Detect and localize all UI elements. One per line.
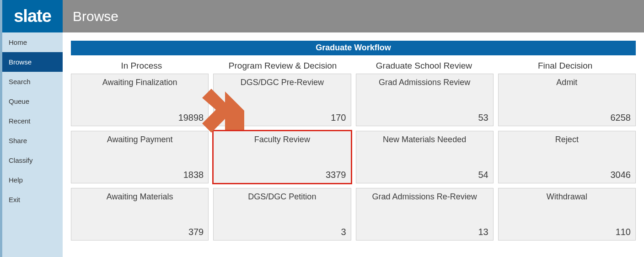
- tile-count: 13: [478, 227, 488, 237]
- tile-label: Awaiting Finalization: [71, 74, 208, 87]
- nav-item-browse[interactable]: Browse: [2, 52, 63, 72]
- main: Browse Graduate Workflow In Process Prog…: [63, 0, 644, 257]
- nav-item-search[interactable]: Search: [2, 72, 63, 91]
- tile-label: Admit: [499, 74, 635, 87]
- tile-faculty-review[interactable]: Faculty Review 3379: [213, 131, 351, 183]
- workflow-grid: Awaiting Finalization 19898 DGS/DGC Pre-…: [71, 74, 636, 241]
- header-bar: Browse: [63, 0, 644, 32]
- tile-grad-admissions-review[interactable]: Grad Admissions Review 53: [356, 74, 494, 126]
- tile-count: 170: [331, 112, 346, 123]
- nav-item-help[interactable]: Help: [2, 170, 63, 190]
- tile-new-materials[interactable]: New Materials Needed 54: [356, 131, 494, 183]
- column-headers: In Process Program Review & Decision Gra…: [71, 57, 636, 74]
- tile-count: 19898: [178, 112, 204, 123]
- col-header-final-decision: Final Decision: [494, 57, 636, 74]
- nav-item-exit[interactable]: Exit: [2, 190, 63, 209]
- tile-count: 6258: [611, 112, 631, 123]
- nav-item-home[interactable]: Home: [2, 32, 63, 52]
- tile-label: DGS/DGC Pre-Review: [214, 74, 350, 87]
- tile-count: 110: [616, 227, 631, 237]
- logo: slate: [2, 0, 63, 32]
- tile-count: 54: [478, 170, 488, 180]
- tile-label: New Materials Needed: [356, 131, 493, 145]
- nav-item-queue[interactable]: Queue: [2, 91, 63, 111]
- tile-label: Faculty Review: [214, 131, 350, 145]
- tile-grad-admissions-re-review[interactable]: Grad Admissions Re-Review 13: [356, 188, 494, 241]
- content: Graduate Workflow In Process Program Rev…: [63, 32, 644, 257]
- nav-item-classify[interactable]: Classify: [2, 150, 63, 170]
- tile-label: DGS/DGC Petition: [214, 188, 350, 202]
- tile-count: 379: [188, 227, 204, 237]
- tile-label: Awaiting Materials: [71, 188, 208, 202]
- col-header-grad-school-review: Graduate School Review: [354, 57, 495, 74]
- tile-label: Reject: [499, 131, 635, 145]
- logo-text: slate: [14, 6, 51, 26]
- tile-count: 3379: [326, 170, 346, 180]
- tile-label: Grad Admissions Re-Review: [356, 188, 493, 202]
- tile-count: 3: [341, 227, 346, 237]
- tile-dgs-petition[interactable]: DGS/DGC Petition 3: [213, 188, 351, 241]
- col-header-program-review: Program Review & Decision: [212, 57, 354, 74]
- workflow-banner: Graduate Workflow: [71, 41, 636, 55]
- tile-awaiting-finalization[interactable]: Awaiting Finalization 19898: [71, 74, 209, 126]
- sidebar: slate Home Browse Search Queue Recent Sh…: [0, 0, 63, 257]
- nav: Home Browse Search Queue Recent Share Cl…: [2, 32, 63, 209]
- tile-withdrawal[interactable]: Withdrawal 110: [498, 188, 636, 241]
- page-title: Browse: [73, 9, 118, 24]
- nav-item-recent[interactable]: Recent: [2, 111, 63, 131]
- col-header-in-process: In Process: [71, 57, 212, 74]
- tile-awaiting-payment[interactable]: Awaiting Payment 1838: [71, 131, 209, 183]
- tile-label: Withdrawal: [499, 188, 635, 202]
- tile-admit[interactable]: Admit 6258: [498, 74, 636, 126]
- tile-count: 1838: [183, 170, 204, 180]
- tile-count: 3046: [611, 170, 631, 180]
- tile-count: 53: [478, 112, 488, 123]
- tile-label: Awaiting Payment: [71, 131, 208, 145]
- tile-reject[interactable]: Reject 3046: [498, 131, 636, 183]
- nav-item-share[interactable]: Share: [2, 131, 63, 150]
- tile-label: Grad Admissions Review: [356, 74, 493, 87]
- tile-dgs-pre-review[interactable]: DGS/DGC Pre-Review 170: [213, 74, 351, 126]
- tile-awaiting-materials[interactable]: Awaiting Materials 379: [71, 188, 209, 241]
